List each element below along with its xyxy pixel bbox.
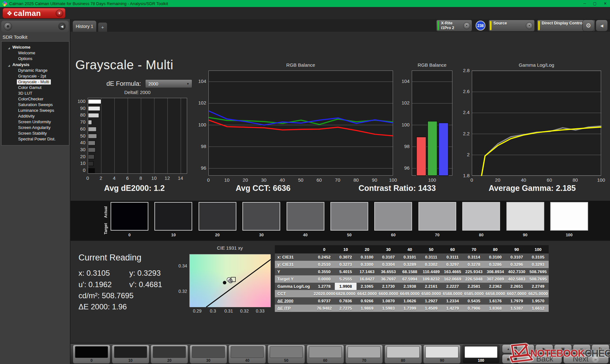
- x-axis-tick-label: 40: [514, 177, 533, 183]
- plot-area: [208, 71, 393, 176]
- pattern-button-60[interactable]: 60: [307, 345, 344, 364]
- stop-icon: ■: [507, 356, 510, 362]
- sidebar-item-screen-uniformity[interactable]: Screen Uniformity: [2, 119, 69, 125]
- calman-menu-caret-icon[interactable]: ▼: [56, 10, 63, 17]
- de-formula-label: dE Formula:: [106, 80, 141, 87]
- camera-button[interactable]: ●: [517, 344, 534, 353]
- play-button[interactable]: ▶: [535, 344, 553, 353]
- window-controls: ─ ▢ ✕: [583, 0, 607, 7]
- meter-dropdown[interactable]: X-Rite i1Pro 2Direct View ▼: [436, 20, 472, 31]
- meter-count-badge[interactable]: 238: [476, 21, 485, 30]
- sidebar-item-screen-stability[interactable]: Screen Stability: [2, 131, 69, 136]
- cell: 0.3302: [420, 261, 442, 268]
- row-label: ΔE ITP: [275, 305, 314, 312]
- back-label: Back: [536, 354, 553, 363]
- cell: 1.6176: [485, 297, 506, 305]
- sidebar-item-grayscale-multi[interactable]: Grayscale - Multi: [2, 79, 69, 85]
- sidebar-item-additivity[interactable]: Additivity: [2, 113, 69, 119]
- swatch-label-0: 0: [111, 233, 148, 237]
- sidebar-item-welcome[interactable]: Welcome: [2, 50, 69, 56]
- column-header: 20: [356, 245, 378, 253]
- cell: 0.3105: [527, 253, 549, 261]
- table-row-3: Target Y0.00005.255516.842736.769767.599…: [275, 275, 549, 283]
- pattern-button-80[interactable]: 80: [384, 345, 422, 364]
- table-row-5: CCT22020.00006828.00006642.00006600.0000…: [275, 290, 549, 297]
- sidebar-item-options[interactable]: Options: [2, 56, 69, 62]
- sidebar-item-3d-lut[interactable]: 3D LUT: [2, 91, 69, 96]
- pattern-button-30[interactable]: 30: [190, 345, 227, 364]
- swatch-label-60: 60: [374, 233, 412, 237]
- x-axis-tick-label: 0: [462, 177, 481, 183]
- sidebar-item-screen-angularity[interactable]: Screen Angularity: [2, 125, 69, 131]
- back-button[interactable]: « Back: [517, 354, 562, 364]
- calman-logo-icon: ❖: [7, 10, 12, 17]
- pattern-button-0[interactable]: 0: [73, 345, 110, 364]
- session-indicator-button[interactable]: [4, 22, 12, 30]
- cell: 5.2555: [335, 275, 356, 283]
- pattern-button-10[interactable]: 10: [112, 345, 149, 364]
- stat-avg-de2000: Avg dE2000: 1.2: [104, 184, 165, 193]
- reading-v: v': 0.4681: [129, 280, 162, 289]
- panel-collapse-button[interactable]: ◀: [596, 20, 608, 31]
- cell: 1.9908: [335, 283, 356, 290]
- gear-icon: ⚙: [586, 22, 591, 29]
- sidebar-item-spectral-power-dist-[interactable]: Spectral Power Dist.: [2, 136, 69, 142]
- sidebar-item-luminance-sweeps[interactable]: Luminance Sweeps: [2, 108, 69, 113]
- cell: 1.0870: [378, 297, 399, 305]
- add-tab-button[interactable]: +: [98, 22, 107, 32]
- continuous-measure-button[interactable]: ∞: [573, 344, 591, 353]
- close-button[interactable]: ✕: [604, 0, 607, 7]
- sidebar-item-colorchecker[interactable]: ColorChecker: [2, 96, 69, 102]
- cell: 76.9482: [314, 305, 335, 312]
- calman-menu-button[interactable]: ❖ calman ▼: [3, 8, 65, 18]
- pattern-button-90[interactable]: 90: [423, 345, 461, 364]
- pattern-swatch: [75, 346, 108, 358]
- pattern-button-70[interactable]: 70: [345, 345, 383, 364]
- sidebar-item-grayscale-2pt[interactable]: Grayscale - 2pt: [2, 73, 69, 79]
- x-axis-tick-label: 10: [217, 177, 236, 183]
- next-button[interactable]: Next »: [563, 354, 609, 364]
- y-axis-tick-label: 102: [190, 100, 206, 105]
- pattern-button-40[interactable]: 40: [228, 345, 266, 364]
- y-axis-tick-label: 0: [71, 167, 85, 173]
- sidebar-item-color-gamut[interactable]: Color Gamut: [2, 85, 69, 91]
- maximize-button[interactable]: ▢: [593, 0, 597, 7]
- cell: 308.8934: [485, 268, 506, 275]
- swatch-label-20: 20: [199, 233, 236, 237]
- pattern-button-100[interactable]: 100: [462, 345, 500, 364]
- sidebar-item-dynamic-range[interactable]: Dynamic Range: [2, 68, 69, 73]
- calman-app: Calman 2025 Calman Ultimate for Business…: [0, 0, 610, 364]
- refresh-button[interactable]: ↻: [592, 344, 609, 353]
- cell: 0.3107: [506, 253, 527, 261]
- de-formula-value: 2000: [146, 81, 186, 86]
- cell: 0.3107: [378, 253, 399, 261]
- sidebar-collapse-icon[interactable]: ◀: [58, 22, 66, 30]
- table-row-2: Y0.35505.401517.146336.655368.1588110.44…: [275, 268, 549, 275]
- sidebar-item-saturation-sweeps[interactable]: Saturation Sweeps: [2, 102, 69, 108]
- play-icon: ▶: [543, 347, 546, 351]
- cell: 1.9869: [356, 305, 378, 312]
- swatch-60: [374, 202, 412, 231]
- tree-section-welcome[interactable]: ◢Welcome: [2, 44, 69, 50]
- tab-history-1[interactable]: History 1: [72, 20, 97, 32]
- chevron-down-icon[interactable]: ▼: [526, 22, 533, 29]
- cie-1931-chart: CIE 1931 xy0.340.320.290.30.310.320.33: [172, 245, 276, 318]
- pattern-button-50[interactable]: 50: [268, 345, 305, 364]
- column-header: 60: [442, 245, 463, 253]
- minimize-button[interactable]: ─: [583, 0, 586, 7]
- pattern-window-up-button[interactable]: ▲: [502, 344, 515, 353]
- cell: 2.1065: [356, 283, 378, 290]
- settings-gear-button[interactable]: ⚙: [582, 20, 594, 31]
- pattern-button-20[interactable]: 20: [151, 345, 188, 364]
- chevron-down-icon[interactable]: ▼: [463, 22, 470, 29]
- cell: 0.2510: [314, 261, 335, 268]
- cell: 1.0626: [399, 297, 420, 305]
- tree-section-analysis[interactable]: ◢Analysis: [2, 62, 69, 68]
- de-formula-select[interactable]: 2000 ▼: [145, 79, 192, 88]
- y-axis-tick-label: 2: [454, 152, 470, 157]
- source-dropdown[interactable]: Source ▼: [489, 20, 535, 31]
- single-measure-button[interactable]: ▣: [554, 344, 572, 353]
- cell: 6642.0000: [356, 290, 378, 297]
- cell: 0.3100: [356, 253, 378, 261]
- stop-pattern-button[interactable]: ■: [502, 354, 515, 364]
